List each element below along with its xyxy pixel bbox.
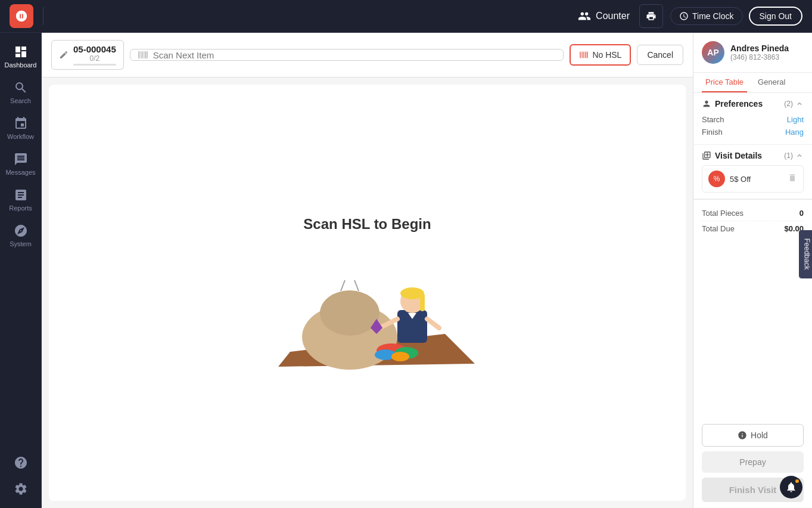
timeclock-label: Time Clock (692, 11, 734, 21)
scan-input[interactable] (153, 50, 556, 60)
svg-line-15 (341, 280, 345, 291)
sidebar-item-dashboard[interactable]: Dashboard (0, 39, 41, 75)
feedback-tab[interactable]: Feedback (799, 230, 812, 278)
counter-button[interactable]: Counter (578, 10, 630, 23)
order-progress: 0/2 (73, 54, 116, 63)
discount-delete-button[interactable] (788, 173, 797, 185)
order-number-button[interactable]: 05-000045 0/2 (51, 40, 124, 70)
svg-rect-2 (141, 51, 142, 58)
customer-name: Andres Pineda (730, 44, 789, 53)
right-panel: AP Andres Pineda (346) 812-3863 Price Ta… (693, 33, 812, 508)
chevron-up-icon[interactable] (795, 100, 804, 108)
main-content: Scan HSL to Begin (49, 85, 686, 501)
sidebar-item-system[interactable]: System (0, 218, 41, 253)
prepay-button[interactable]: Prepay (702, 451, 804, 473)
counter-label: Counter (596, 11, 630, 21)
total-due-row: Total Due $0.00 (702, 221, 804, 236)
progress-bar (73, 64, 116, 66)
visit-details-title: Visit Details (702, 151, 762, 160)
discount-icon: % (708, 171, 725, 187)
timeclock-button[interactable]: Time Clock (670, 7, 743, 25)
svg-rect-5 (147, 51, 148, 58)
svg-line-22 (427, 319, 439, 328)
svg-rect-3 (143, 51, 144, 58)
hold-label: Hold (751, 430, 768, 440)
sidebar-item-workflow[interactable]: Workflow (0, 110, 41, 146)
svg-line-16 (354, 280, 359, 291)
preference-finish: Finish Hang (702, 126, 804, 138)
sidebar: Dashboard Search Workflow Messages Repor… (0, 33, 42, 508)
svg-rect-8 (583, 52, 583, 58)
content-area: 05-000045 0/2 No HSL Cancel (42, 33, 693, 508)
no-hsl-label: No HSL (592, 50, 621, 60)
sidebar-item-help[interactable] (0, 450, 41, 476)
notification-button[interactable] (780, 476, 802, 498)
svg-rect-1 (140, 51, 141, 58)
discount-card: % 5$ Off (702, 165, 804, 193)
no-hsl-barcode-icon (579, 50, 589, 60)
svg-rect-10 (586, 52, 586, 58)
no-hsl-button[interactable]: No HSL (570, 44, 631, 66)
visit-details-icon (702, 151, 711, 160)
notification-dot (794, 478, 800, 484)
cancel-button[interactable]: Cancel (637, 45, 683, 65)
totals-section: Total Pieces 0 Total Due $0.00 (693, 199, 812, 242)
tab-price-table[interactable]: Price Table (702, 73, 747, 92)
discount-label: 5$ Off (730, 175, 783, 184)
nav-divider (43, 7, 43, 25)
visit-chevron-up-icon[interactable] (795, 151, 804, 160)
edit-icon (59, 50, 69, 60)
svg-point-14 (320, 290, 379, 336)
customer-avatar: AP (702, 41, 724, 64)
laundry-illustration (242, 250, 493, 370)
panel-tabs: Price Table General (693, 73, 812, 93)
sidebar-item-reports[interactable]: Reports (0, 182, 41, 218)
svg-rect-4 (145, 51, 146, 58)
preferences-icon (702, 99, 711, 109)
scan-input-wrapper (130, 49, 564, 61)
svg-point-28 (391, 352, 409, 361)
hold-icon (738, 430, 747, 440)
print-button[interactable] (639, 4, 663, 28)
trash-icon (788, 173, 797, 182)
signout-button[interactable]: Sign Out (749, 7, 802, 26)
scan-bar: 05-000045 0/2 No HSL Cancel (42, 33, 693, 78)
preferences-section: Preferences (2) Starch Light Finish Hang (693, 93, 812, 145)
svg-rect-9 (584, 52, 585, 58)
sidebar-item-settings[interactable] (0, 476, 41, 502)
customer-phone: (346) 812-3863 (730, 53, 789, 61)
barcode-icon (138, 49, 148, 60)
customer-card: AP Andres Pineda (346) 812-3863 (693, 33, 812, 73)
scan-placeholder-text: Scan HSL to Begin (303, 216, 431, 233)
hold-button[interactable]: Hold (702, 424, 804, 447)
preference-starch: Starch Light (702, 113, 804, 126)
svg-rect-0 (138, 51, 139, 58)
svg-rect-11 (587, 52, 588, 58)
top-nav: Counter Time Clock Sign Out (0, 0, 812, 33)
total-pieces-row: Total Pieces 0 (702, 206, 804, 221)
preferences-title: Preferences (702, 99, 763, 109)
sidebar-item-search[interactable]: Search (0, 75, 41, 110)
svg-rect-20 (420, 293, 425, 311)
sidebar-item-messages[interactable]: Messages (0, 146, 41, 182)
visit-details-section: Visit Details (1) % 5$ Off (693, 145, 812, 199)
tab-general[interactable]: General (754, 73, 789, 92)
svg-rect-7 (581, 52, 582, 58)
app-logo[interactable] (10, 4, 33, 28)
order-number: 05-000045 (73, 44, 116, 54)
svg-rect-6 (580, 52, 581, 58)
